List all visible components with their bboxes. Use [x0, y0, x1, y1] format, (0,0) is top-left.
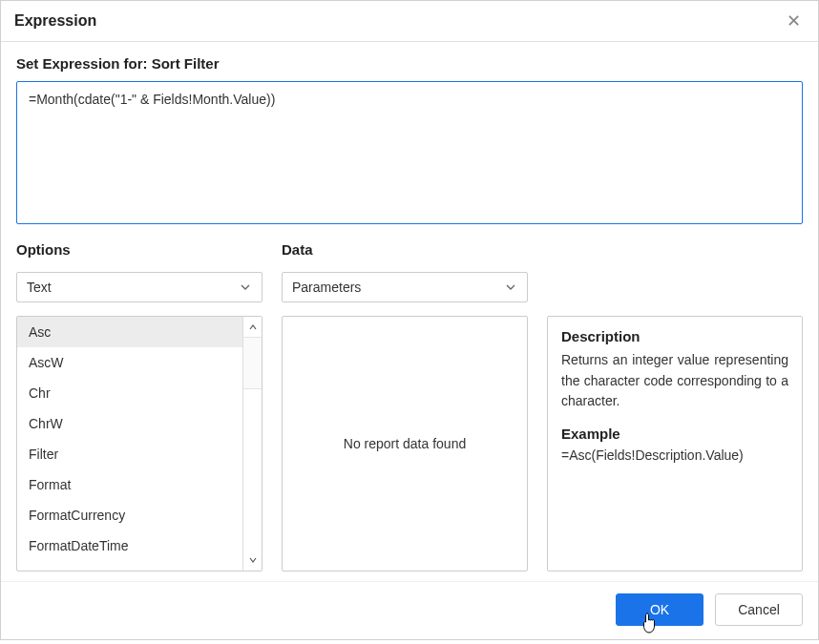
data-empty-panel: No report data found [282, 316, 528, 571]
cancel-button[interactable]: Cancel [715, 593, 803, 626]
close-icon[interactable]: ✕ [783, 10, 805, 31]
data-select[interactable]: Parameters [282, 272, 528, 302]
description-column: Description Returns an integer value rep… [547, 241, 803, 571]
options-column: Options Text Asc AscW Chr ChrW Filter Fo… [16, 241, 262, 571]
options-select[interactable]: Text [16, 272, 262, 302]
list-item[interactable]: Asc [17, 317, 242, 347]
options-list[interactable]: Asc AscW Chr ChrW Filter Format FormatCu… [17, 317, 242, 571]
list-item[interactable]: FormatCurrency [17, 500, 242, 530]
list-item[interactable]: Format [17, 469, 242, 500]
set-expression-for-label: Set Expression for: Sort Filter [16, 55, 803, 72]
listbox-scrollbar[interactable] [242, 317, 262, 571]
list-item[interactable]: FormatDateTime [17, 530, 242, 561]
description-panel: Description Returns an integer value rep… [547, 316, 803, 571]
options-select-value: Text [27, 280, 52, 295]
list-item[interactable]: Chr [17, 378, 242, 408]
chevron-down-icon [504, 280, 517, 294]
description-header: Description [561, 328, 788, 344]
list-item[interactable]: AscW [17, 347, 242, 378]
data-header: Data [282, 241, 528, 262]
list-item[interactable]: Filter [17, 439, 242, 469]
data-select-value: Parameters [292, 280, 361, 295]
scroll-down-icon[interactable] [243, 550, 262, 571]
spacer [547, 241, 803, 262]
example-header: Example [561, 426, 788, 442]
scroll-up-icon[interactable] [243, 317, 262, 338]
example-text: =Asc(Fields!Description.Value) [561, 447, 788, 463]
dialog-title: Expression [14, 12, 96, 30]
data-column: Data Parameters No report data found [282, 241, 528, 571]
description-text: Returns an integer value representing th… [561, 350, 788, 412]
lower-columns: Options Text Asc AscW Chr ChrW Filter Fo… [16, 241, 803, 571]
dialog-footer: OK Cancel [1, 581, 818, 639]
scroll-thumb[interactable] [243, 338, 262, 389]
ok-button[interactable]: OK [616, 593, 704, 626]
dialog-titlebar: Expression ✕ [1, 1, 818, 42]
chevron-down-icon [239, 280, 252, 294]
options-header: Options [16, 241, 262, 262]
options-listbox: Asc AscW Chr ChrW Filter Format FormatCu… [16, 316, 262, 571]
dialog-content: Set Expression for: Sort Filter Options … [1, 42, 818, 581]
data-empty-message: No report data found [344, 436, 466, 451]
list-item[interactable]: ChrW [17, 408, 242, 439]
expression-dialog: Expression ✕ Set Expression for: Sort Fi… [0, 0, 819, 640]
expression-input[interactable] [16, 81, 803, 224]
spacer [547, 272, 803, 302]
